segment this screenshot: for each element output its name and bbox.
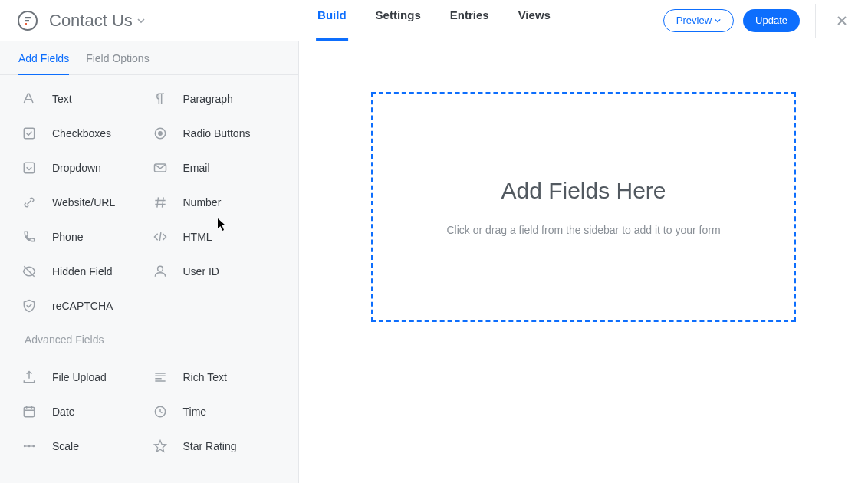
tab-field-options[interactable]: Field Options	[86, 52, 149, 74]
field-label: Phone	[52, 231, 83, 243]
user-icon	[150, 264, 171, 279]
field-radio[interactable]: Radio Buttons	[150, 116, 281, 150]
field-label: Checkboxes	[52, 127, 111, 140]
field-label: File Upload	[52, 371, 107, 383]
sidebar-tabs: Add Fields Field Options	[0, 41, 298, 75]
clock-icon	[150, 404, 171, 419]
update-button[interactable]: Update	[743, 9, 800, 32]
phone-icon	[18, 229, 40, 245]
dropzone[interactable]: Add Fields Here Click or drag a field fr…	[371, 92, 796, 322]
field-label: Scale	[52, 440, 79, 452]
eye-off-icon	[18, 264, 40, 279]
tab-settings[interactable]: Settings	[374, 0, 422, 41]
field-phone[interactable]: Phone	[18, 219, 150, 254]
basic-fields: Text Paragraph Checkboxes Radio Buttons …	[0, 75, 298, 323]
advanced-fields-divider: Advanced Fields	[0, 334, 298, 346]
field-label: Website/URL	[52, 196, 115, 209]
field-label: Number	[183, 196, 222, 209]
checkbox-icon	[18, 126, 40, 141]
caret-down-icon	[715, 18, 721, 24]
form-title-menu[interactable]: Contact Us	[49, 11, 145, 31]
richtext-icon	[150, 370, 171, 385]
svg-rect-10	[24, 407, 34, 417]
field-label: Email	[183, 162, 210, 174]
field-label: Dropdown	[52, 162, 101, 174]
dropzone-hint: Click or drag a field from the sidebar t…	[446, 224, 720, 236]
caret-down-icon	[137, 17, 145, 25]
svg-rect-3	[25, 23, 27, 25]
radio-icon	[150, 126, 171, 141]
sidebar: Add Fields Field Options Text Paragraph …	[0, 41, 299, 483]
field-fileupload[interactable]: File Upload	[18, 360, 150, 394]
advanced-fields: File Upload Rich Text Date Time Scale St…	[0, 353, 298, 463]
field-recaptcha[interactable]: reCAPTCHA	[18, 288, 150, 323]
tab-add-fields[interactable]: Add Fields	[18, 52, 69, 75]
field-label: Date	[52, 406, 75, 418]
field-label: reCAPTCHA	[52, 300, 113, 312]
svg-point-6	[158, 131, 163, 136]
field-label: Text	[52, 93, 72, 105]
code-icon	[150, 229, 171, 245]
field-label: HTML	[183, 231, 212, 243]
field-time[interactable]: Time	[150, 394, 281, 429]
field-label: Time	[183, 406, 207, 418]
advanced-fields-label: Advanced Fields	[18, 334, 104, 346]
preview-button[interactable]: Preview	[663, 9, 734, 32]
tab-build[interactable]: Build	[316, 0, 348, 41]
field-email[interactable]: Email	[150, 150, 281, 185]
field-star[interactable]: Star Rating	[150, 429, 281, 463]
text-icon	[18, 91, 40, 107]
field-label: Rich Text	[183, 371, 227, 383]
field-richtext[interactable]: Rich Text	[150, 360, 281, 394]
field-date[interactable]: Date	[18, 394, 150, 429]
field-url[interactable]: Website/URL	[18, 185, 150, 219]
form-title: Contact Us	[49, 11, 133, 31]
field-label: Paragraph	[183, 93, 233, 105]
field-text[interactable]: Text	[18, 81, 150, 116]
svg-point-9	[157, 266, 163, 271]
app-header: Contact Us Build Settings Entries Views …	[0, 0, 868, 41]
svg-rect-2	[25, 20, 29, 21]
dropzone-heading: Add Fields Here	[501, 178, 666, 204]
field-number[interactable]: Number	[150, 185, 281, 219]
tab-entries[interactable]: Entries	[449, 0, 491, 41]
svg-rect-1	[25, 17, 31, 18]
hash-icon	[150, 195, 171, 210]
close-button[interactable]	[831, 10, 853, 31]
calendar-icon	[18, 404, 40, 419]
field-label: Hidden Field	[52, 265, 113, 278]
divider	[815, 4, 816, 38]
app-logo[interactable]	[15, 8, 40, 33]
field-userid[interactable]: User ID	[150, 254, 281, 288]
star-icon	[150, 439, 171, 454]
field-label: User ID	[183, 265, 219, 278]
field-hidden[interactable]: Hidden Field	[18, 254, 150, 288]
main-nav: Build Settings Entries Views	[316, 0, 552, 41]
dropdown-icon	[18, 160, 40, 176]
email-icon	[150, 160, 171, 176]
upload-icon	[18, 370, 40, 385]
svg-rect-4	[24, 128, 34, 138]
link-icon	[18, 195, 40, 210]
header-actions: Preview Update	[663, 4, 853, 38]
field-dropdown[interactable]: Dropdown	[18, 150, 150, 185]
tab-views[interactable]: Views	[517, 0, 552, 41]
field-label: Radio Buttons	[183, 127, 251, 140]
scale-icon	[18, 439, 40, 454]
svg-rect-7	[24, 163, 34, 172]
field-paragraph[interactable]: Paragraph	[150, 81, 281, 116]
field-checkboxes[interactable]: Checkboxes	[18, 116, 150, 150]
shield-icon	[18, 298, 40, 314]
preview-label: Preview	[676, 15, 712, 26]
paragraph-icon	[150, 91, 171, 107]
form-canvas: Add Fields Here Click or drag a field fr…	[299, 41, 868, 483]
field-html[interactable]: HTML	[150, 219, 281, 254]
field-scale[interactable]: Scale	[18, 429, 150, 463]
field-label: Star Rating	[183, 440, 237, 452]
